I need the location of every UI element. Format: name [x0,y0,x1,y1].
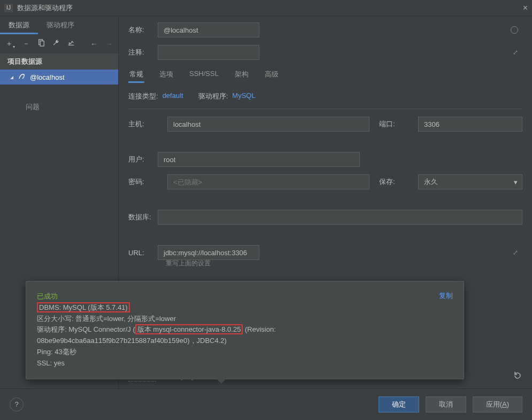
ssl-line: SSL: yes [37,358,453,369]
remove-icon[interactable]: － [22,39,30,49]
datasource-label: @localhost [30,73,65,81]
svg-rect-1 [40,41,44,47]
problems-item[interactable]: 问题 [0,100,118,114]
user-input[interactable] [158,152,360,167]
port-input[interactable] [418,117,522,132]
comment-input[interactable] [158,45,259,60]
expand-icon[interactable]: ⤢ [513,49,518,56]
app-icon: IJ [4,4,13,12]
driver-link[interactable]: MySQL [232,91,255,101]
conn-type-label: 连接类型: [128,91,158,101]
password-input[interactable] [167,174,369,189]
subtab-advanced[interactable]: 高级 [264,67,280,83]
back-icon[interactable]: ← [90,40,98,48]
subtab-general[interactable]: 常规 [128,67,144,83]
user-label: 用户: [128,155,158,164]
port-label: 端口: [379,119,408,129]
subtab-options[interactable]: 选项 [158,67,174,83]
window-title: 数据源和驱动程序 [17,3,73,13]
password-label: 密码: [128,177,158,187]
database-input[interactable] [158,210,522,225]
tab-datasources[interactable]: 数据源 [0,16,38,34]
section-project-sources: 项目数据源 [0,54,118,70]
revert-icon[interactable] [513,371,522,382]
chevron-down-icon: ▾ [514,178,518,186]
add-icon[interactable]: ＋▾ [5,39,15,49]
save-value: 永久 [424,177,438,187]
case-line: 区分大小写: 普通形式=lower, 分隔形式=lower [37,314,453,325]
subtab-schema[interactable]: 架构 [234,67,250,83]
ping-line: Ping: 43毫秒 [37,347,453,358]
dbms-line: DBMS: MySQL (版本 5.7.41) [37,302,130,312]
caret-icon [10,73,14,81]
connection-result-tooltip: 复制 已成功 DBMS: MySQL (版本 5.7.41) 区分大小写: 普通… [26,281,464,379]
comment-label: 注释: [128,48,158,57]
help-button[interactable]: ? [10,398,24,411]
apply-button[interactable]: 应用(A) [473,396,522,413]
host-label: 主机: [128,119,158,129]
url-label: URL: [128,249,158,257]
revision-line: 08be9e9b4cba6aa115f9b27b215887af40b159e0… [37,335,453,347]
tab-drivers[interactable]: 驱动程序 [38,16,83,34]
conn-type-link[interactable]: default [163,91,183,101]
datasource-item[interactable]: @localhost [0,70,118,85]
forward-icon[interactable]: → [105,40,113,48]
url-hint: 重写上面的设置 [166,259,522,268]
color-indicator-icon[interactable] [511,26,518,34]
url-input[interactable] [158,245,259,260]
copy-link[interactable]: 复制 [439,291,453,301]
save-label: 保存: [379,177,408,187]
close-icon[interactable]: × [523,3,528,13]
left-toolbar: ＋▾ － ← → [0,34,118,54]
driver-label: 驱动程序: [198,91,228,101]
mysql-icon [18,73,26,82]
cancel-button[interactable]: 取消 [426,396,466,413]
button-bar: ? 确定 取消 应用(A) [0,388,532,419]
success-text: 已成功 [37,291,453,302]
ok-button[interactable]: 确定 [379,396,419,413]
graph-icon[interactable] [67,39,75,48]
problems-label: 问题 [26,102,40,112]
wrench-icon[interactable] [52,39,60,48]
driver-line: 驱动程序: MySQL Connector/J (版本 mysql-connec… [37,324,453,335]
copy-icon[interactable] [37,39,45,48]
expand-url-icon[interactable]: ⤢ [513,249,518,256]
subtab-ssh[interactable]: SSH/SSL [188,67,220,83]
name-input[interactable] [158,22,259,37]
save-select[interactable]: 永久 ▾ [418,174,522,189]
database-label: 数据库: [128,212,158,222]
title-bar: IJ 数据源和驱动程序 × [0,0,532,16]
name-label: 名称: [128,25,158,35]
host-input[interactable] [167,117,369,132]
